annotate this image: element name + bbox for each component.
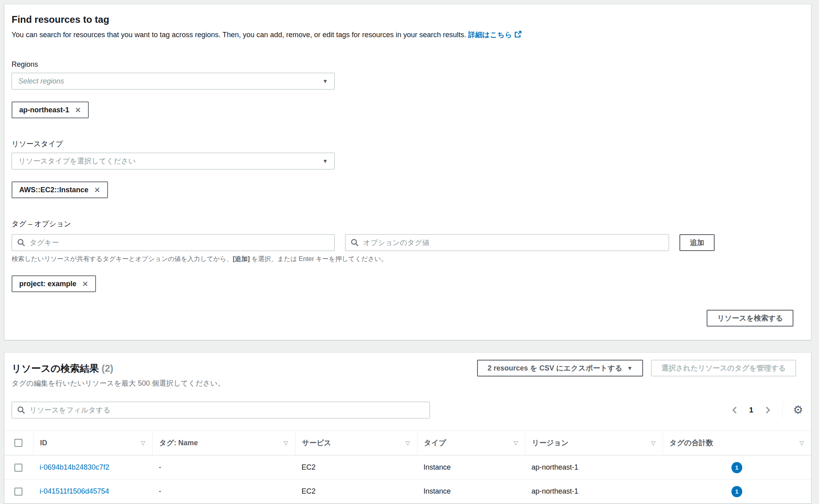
page-description: You can search for resources that you wa…: [12, 30, 793, 40]
results-title-text: リソースの検索結果: [12, 363, 99, 374]
learn-more-link[interactable]: 詳細はこちら: [468, 31, 512, 39]
cell-id: i-0694b14b24830c7f2: [33, 463, 152, 472]
current-page-number: 1: [747, 406, 755, 414]
resource-filter-input[interactable]: [30, 406, 425, 414]
results-subtitle: タグの編集を行いたいリソースを最大 500 個選択してください。: [12, 378, 225, 388]
tags-help-text: 検索したいリソースが共有するタグキーとオプションの値を入力してから、[追加] を…: [12, 255, 793, 263]
regions-label: Regions: [12, 60, 793, 69]
column-header-label: タグの合計数: [669, 438, 713, 448]
cell-tag-name: -: [152, 463, 295, 472]
column-header-id: ID▽: [33, 431, 152, 455]
select-all-checkbox[interactable]: [14, 439, 22, 447]
column-header-label: ID: [40, 439, 47, 447]
cell-service: EC2: [295, 463, 417, 472]
search-icon: [17, 238, 26, 247]
cell-type: Instance: [417, 463, 525, 472]
row-checkbox[interactable]: [14, 488, 22, 496]
search-results-panel: リソースの検索結果 (2) タグの編集を行いたいリソースを最大 500 個選択し…: [4, 352, 811, 504]
cell-region: ap-northeast-1: [525, 463, 663, 472]
filter-icon[interactable]: ▽: [799, 440, 804, 446]
row-checkbox-cell: [4, 480, 33, 503]
row-checkbox-cell: [4, 456, 33, 479]
cell-type: Instance: [417, 487, 525, 496]
gear-icon[interactable]: ⚙: [793, 404, 803, 416]
filter-icon[interactable]: ▽: [651, 440, 655, 446]
column-header-type: タイプ▽: [417, 431, 525, 455]
page-title: Find resources to tag: [12, 14, 793, 25]
filter-icon[interactable]: ▽: [406, 440, 410, 446]
column-header-label: タグ: Name: [159, 438, 198, 448]
table-row: i-041511f1506d45754 - EC2 Instance ap-no…: [4, 480, 811, 504]
resource-filter-field: [12, 402, 430, 418]
results-heading-block: リソースの検索結果 (2) タグの編集を行いたいリソースを最大 500 個選択し…: [12, 360, 225, 388]
resource-id-link[interactable]: i-0694b14b24830c7f2: [40, 463, 109, 471]
resources-table: ID▽ タグ: Name▽ サービス▽ タイプ▽ リージョン▽ タグの合計数▽ …: [4, 430, 811, 504]
add-tag-button[interactable]: 追加: [679, 234, 715, 251]
cell-tag-count: 1: [663, 462, 811, 473]
previous-page-icon[interactable]: [731, 406, 739, 414]
region-token: ap-northeast-1 ✕: [12, 102, 89, 118]
cell-region: ap-northeast-1: [525, 487, 663, 496]
tag-key-input[interactable]: [30, 239, 330, 247]
resource-type-token-label: AWS::EC2::Instance: [19, 186, 88, 194]
cell-service: EC2: [295, 487, 417, 496]
column-header-tag-name: タグ: Name▽: [152, 431, 295, 455]
search-resources-button[interactable]: リソースを検索する: [707, 310, 793, 327]
next-page-icon[interactable]: [763, 406, 772, 414]
tags-label: タグ – オプション: [12, 219, 793, 229]
tag-count-badge: 1: [731, 462, 742, 473]
chevron-down-icon: ▼: [627, 365, 633, 371]
external-link-icon: [514, 30, 522, 38]
export-csv-label: 2 resources を CSV にエクスポートする: [487, 363, 622, 373]
tag-token-label: project: example: [19, 280, 76, 288]
chevron-down-icon: ▼: [322, 78, 328, 84]
chevron-down-icon: ▼: [322, 158, 328, 164]
header-checkbox-cell: [4, 431, 33, 455]
column-header-label: タイプ: [424, 438, 446, 448]
pager-divider: [782, 402, 783, 418]
column-header-label: リージョン: [532, 438, 569, 448]
cell-tag-count: 1: [663, 486, 811, 497]
resource-type-label: リソースタイプ: [12, 139, 793, 149]
tags-help-after: を選択、または Enter キーを押してください。: [250, 255, 388, 262]
tag-value-input[interactable]: [363, 239, 664, 247]
column-header-region: リージョン▽: [525, 431, 663, 455]
resource-id-link[interactable]: i-041511f1506d45754: [40, 487, 109, 495]
remove-resource-type-icon[interactable]: ✕: [94, 186, 100, 194]
tag-key-field: [12, 234, 335, 251]
tag-token: project: example ✕: [12, 275, 96, 292]
search-icon: [17, 406, 26, 414]
remove-region-icon[interactable]: ✕: [75, 106, 81, 114]
results-title: リソースの検索結果 (2): [12, 362, 225, 375]
export-csv-button[interactable]: 2 resources を CSV にエクスポートする▼: [477, 360, 643, 377]
regions-select[interactable]: Select regions ▼: [12, 73, 335, 90]
column-header-tag-count: タグの合計数▽: [663, 431, 811, 455]
column-header-service: サービス▽: [295, 431, 417, 455]
resource-type-select-placeholder: リソースタイプを選択してください: [18, 156, 136, 166]
region-token-label: ap-northeast-1: [19, 106, 69, 114]
tags-help-before: 検索したいリソースが共有するタグキーとオプションの値を入力してから、: [12, 255, 233, 262]
filter-icon[interactable]: ▽: [513, 440, 518, 446]
cell-id: i-041511f1506d45754: [33, 487, 152, 496]
resource-type-select[interactable]: リソースタイプを選択してください ▼: [12, 153, 335, 169]
tag-count-badge: 1: [731, 486, 742, 497]
table-row: i-0694b14b24830c7f2 - EC2 Instance ap-no…: [4, 456, 811, 480]
manage-tags-button[interactable]: 選択されたリソースのタグを管理する: [651, 360, 796, 377]
page-description-text: You can search for resources that you wa…: [12, 31, 466, 39]
find-resources-panel: Find resources to tag You can search for…: [4, 4, 811, 340]
results-count: (2): [102, 363, 113, 374]
filter-icon[interactable]: ▽: [141, 440, 145, 446]
regions-select-placeholder: Select regions: [18, 77, 64, 86]
cell-tag-name: -: [152, 487, 295, 496]
filter-icon[interactable]: ▽: [284, 440, 288, 446]
resource-type-token: AWS::EC2::Instance ✕: [12, 181, 108, 198]
column-header-label: サービス: [302, 438, 331, 448]
remove-tag-icon[interactable]: ✕: [82, 280, 88, 288]
tags-help-strong: [追加]: [233, 255, 250, 262]
search-icon: [350, 238, 359, 247]
table-header-row: ID▽ タグ: Name▽ サービス▽ タイプ▽ リージョン▽ タグの合計数▽: [4, 431, 811, 456]
tag-value-field: [345, 234, 669, 251]
row-checkbox[interactable]: [14, 464, 22, 472]
